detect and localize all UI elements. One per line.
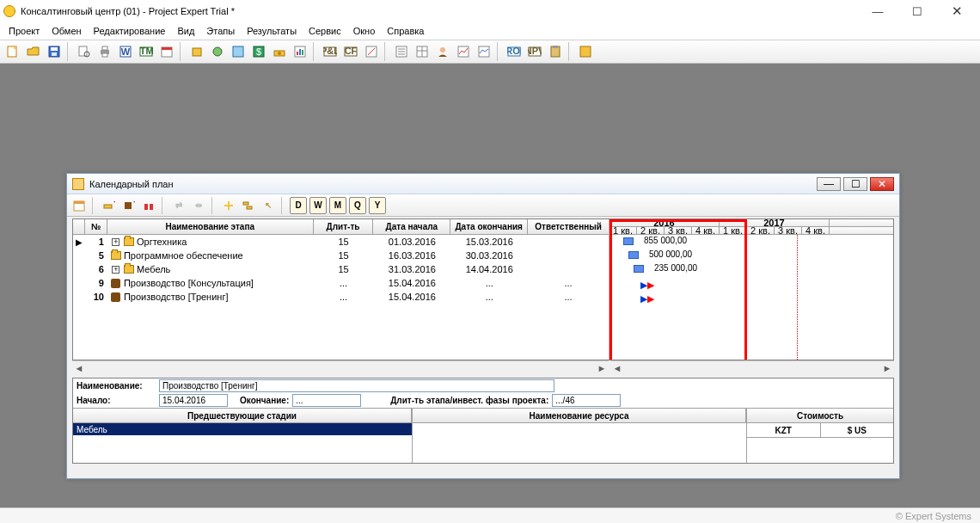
menu-results[interactable]: Результаты — [242, 24, 302, 38]
tb-environment-icon[interactable] — [208, 42, 227, 61]
gantt-quarter: 1 кв. — [609, 227, 637, 234]
tb-user-icon[interactable] — [433, 42, 452, 61]
tb-company-icon[interactable] — [187, 42, 206, 61]
svg-text:+: + — [113, 200, 115, 206]
gantt-row[interactable]: 235 000,00 — [609, 262, 893, 276]
col-cost[interactable]: Стоимость — [747, 409, 893, 422]
stage-grid[interactable]: № Наименование этапа Длит-ть Дата начала… — [73, 219, 609, 360]
ctb-scale-y[interactable]: Y — [369, 197, 386, 214]
tb-oper-plan-icon[interactable]: $ — [249, 42, 268, 61]
menu-stages[interactable]: Этапы — [201, 24, 240, 38]
col-resource[interactable]: Наименование ресурса — [413, 409, 746, 422]
menu-view[interactable]: Вид — [172, 24, 199, 38]
menu-help[interactable]: Справка — [382, 24, 429, 38]
child-title: Календарный план — [89, 179, 817, 189]
tb-pl-icon[interactable]: P&L — [321, 42, 340, 61]
tb-calendar-icon[interactable] — [157, 42, 176, 61]
col-name[interactable]: Наименование этапа — [107, 219, 314, 234]
tb-results-icon[interactable] — [291, 42, 309, 61]
detail-name-field[interactable]: Производство [Тренинг] — [159, 379, 554, 392]
gantt-hscroll[interactable]: ◄► — [610, 360, 894, 374]
tb-open-icon[interactable] — [24, 42, 43, 61]
tb-clipboard-icon[interactable] — [546, 42, 565, 61]
ctb-add-prod-icon[interactable]: + — [120, 197, 138, 214]
ctb-link-icon[interactable]: ⇄ — [170, 197, 187, 214]
tb-invest-plan-icon[interactable] — [229, 42, 248, 61]
table-row[interactable]: 9Производство [Консультация]...15.04.201… — [73, 276, 609, 290]
table-row[interactable]: 5Программное обеспечение1516.03.201630.0… — [73, 249, 609, 262]
child-minimize-button[interactable]: — — [817, 177, 841, 191]
menu-service[interactable]: Сервис — [303, 24, 346, 38]
prev-stage-row[interactable]: Мебель — [73, 423, 412, 435]
col-kzt[interactable]: KZT — [747, 423, 821, 437]
ctb-calendar-icon[interactable] — [70, 197, 88, 214]
col-usd[interactable]: $ US — [821, 423, 894, 437]
svg-rect-59 — [247, 206, 252, 209]
menu-edit[interactable]: Редактирование — [89, 24, 171, 38]
gantt-bar[interactable] — [623, 237, 634, 245]
menu-project[interactable]: Проект — [3, 24, 45, 38]
close-button[interactable]: ✕ — [937, 0, 977, 22]
child-titlebar[interactable]: Календарный план — ☐ ✕ — [67, 174, 899, 194]
gantt-bar[interactable] — [634, 265, 644, 273]
gantt-chart[interactable]: 20162017 1 кв.2 кв.3 кв.4 кв.1 кв.2 кв.3… — [609, 219, 893, 360]
ctb-pointer-icon[interactable]: ↖ — [260, 197, 277, 214]
grid-hscroll[interactable]: ◄► — [72, 360, 609, 374]
svg-rect-57 — [228, 201, 230, 210]
svg-rect-7 — [102, 46, 107, 50]
tb-tables-icon[interactable] — [413, 42, 432, 61]
detail-dur-field[interactable]: .../46 — [552, 394, 621, 407]
detail-start-field[interactable]: 15.04.2016 — [159, 394, 228, 407]
tb-print-icon[interactable] — [95, 42, 114, 61]
tb-print-preview-icon[interactable] — [75, 42, 94, 61]
tb-html-icon[interactable]: HTML — [137, 42, 156, 61]
tb-npv-icon[interactable]: NPV — [525, 42, 544, 61]
ctb-scale-w[interactable]: W — [309, 197, 327, 214]
calendar-icon — [72, 178, 84, 190]
table-row[interactable]: 10Производство [Тренинг]...15.04.2016...… — [73, 290, 609, 304]
gantt-row[interactable]: ▶▶ — [609, 276, 893, 290]
tb-word-icon[interactable]: W — [116, 42, 135, 61]
tb-financing-icon[interactable] — [270, 42, 289, 61]
col-dur[interactable]: Длит-ть — [314, 219, 374, 234]
col-resp[interactable]: Ответственный — [528, 219, 609, 234]
ctb-scale-m[interactable]: M — [329, 197, 346, 214]
gantt-row[interactable]: ▶▶ — [609, 290, 893, 304]
ctb-gift-icon[interactable] — [140, 197, 157, 214]
gantt-production-icon: ▶▶ — [640, 279, 654, 291]
calendar-plan-window: Календарный план — ☐ ✕ + + ⇄ ⇹ ↖ — [66, 173, 900, 479]
tb-extra-icon[interactable] — [576, 42, 595, 61]
ctb-add-icon[interactable] — [220, 197, 237, 214]
minimize-button[interactable]: — — [858, 0, 897, 22]
tb-roi-icon[interactable]: ROI — [505, 42, 524, 61]
gantt-row[interactable]: 855 000,00 — [609, 235, 893, 249]
child-maximize-button[interactable]: ☐ — [843, 177, 867, 191]
child-close-button[interactable]: ✕ — [870, 177, 894, 191]
col-prev-stages[interactable]: Предшествующие стадии — [73, 409, 412, 422]
tb-balance-icon[interactable] — [362, 42, 381, 61]
ctb-group-icon[interactable] — [240, 197, 257, 214]
tb-cf-icon[interactable]: CF — [341, 42, 360, 61]
tb-new-icon[interactable] — [3, 42, 22, 61]
col-num[interactable]: № — [85, 219, 107, 234]
svg-rect-50 — [104, 205, 112, 208]
menu-exchange[interactable]: Обмен — [46, 24, 86, 38]
col-end[interactable]: Дата окончания — [450, 219, 528, 234]
menu-window[interactable]: Окно — [348, 24, 381, 38]
ctb-scale-d[interactable]: D — [290, 197, 307, 214]
gantt-bar[interactable] — [628, 251, 639, 259]
tb-save-icon[interactable] — [45, 42, 64, 61]
ctb-add-stage-icon[interactable]: + — [101, 197, 118, 214]
table-row[interactable]: 6+Мебель1531.03.201614.04.2016 — [73, 262, 609, 276]
col-start[interactable]: Дата начала — [373, 219, 450, 234]
ctb-scale-q[interactable]: Q — [349, 197, 366, 214]
gantt-row[interactable]: 500 000,00 — [609, 249, 893, 262]
table-row[interactable]: ▶1+Оргтехника1501.03.201615.03.2016 — [73, 235, 609, 249]
detail-end-field[interactable]: ... — [292, 394, 361, 407]
maximize-button[interactable]: ☐ — [897, 0, 937, 22]
tb-chart2-icon[interactable] — [475, 42, 493, 61]
ctb-unlink-icon[interactable]: ⇹ — [190, 197, 207, 214]
tb-chart1-icon[interactable] — [454, 42, 473, 61]
tb-detail-icon[interactable] — [392, 42, 411, 61]
svg-rect-58 — [243, 202, 248, 205]
